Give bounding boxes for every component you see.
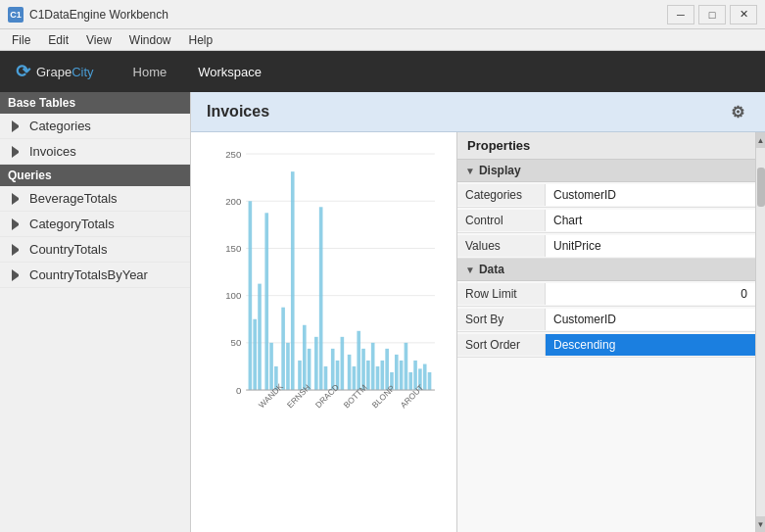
collapse-icon-display: ▼ [465, 166, 475, 176]
prop-label-row-limit: Row Limit [457, 283, 546, 305]
sidebar-label-country-totals-by-year: CountryTotalsByYear [29, 267, 148, 282]
prop-section-data[interactable]: ▼ Data [457, 259, 755, 281]
prop-label-values: Values [457, 235, 546, 257]
svg-rect-23 [308, 349, 311, 390]
menu-window[interactable]: Window [121, 31, 179, 49]
svg-rect-41 [400, 361, 404, 390]
sidebar-section-queries: Queries [0, 165, 190, 186]
svg-text:50: 50 [231, 337, 242, 348]
svg-rect-25 [319, 207, 323, 390]
title-bar-left: C1 C1DataEngine Workbench [8, 7, 168, 23]
title-bar-controls: ─ □ ✕ [667, 5, 757, 24]
chart-area: 250 200 150 100 50 0 [191, 132, 456, 532]
sidebar-label-invoices: Invoices [29, 144, 76, 159]
prop-value-sort-order[interactable]: Descending [546, 334, 755, 356]
maximize-button[interactable]: □ [698, 5, 726, 24]
menu-help[interactable]: Help [181, 31, 221, 49]
svg-rect-29 [341, 337, 345, 390]
prop-value-sort-by[interactable]: CustomerID [546, 309, 755, 330]
sidebar-item-country-totals-by-year[interactable]: CountryTotalsByYear [0, 263, 190, 288]
sidebar-label-category-totals: CategoryTotals [29, 217, 115, 231]
prop-row-row-limit: Row Limit 0 [457, 281, 755, 307]
svg-text:250: 250 [225, 149, 241, 160]
window-title: C1DataEngine Workbench [29, 8, 168, 22]
logo-icon: ⟳ [16, 61, 30, 82]
prop-value-control[interactable]: Chart [546, 210, 755, 231]
svg-rect-37 [381, 361, 385, 390]
svg-rect-36 [376, 366, 380, 390]
svg-rect-34 [366, 361, 370, 390]
app-header: ⟳ GrapeCity Home Workspace [0, 51, 765, 92]
svg-rect-40 [395, 355, 399, 390]
settings-icon-button[interactable]: ⚙ [726, 100, 749, 123]
properties-panel: Properties ▼ Display Categories Customer… [456, 132, 755, 532]
prop-label-categories: Categories [457, 184, 546, 206]
prop-section-display[interactable]: ▼ Display [457, 160, 755, 182]
svg-rect-18 [281, 308, 285, 390]
vertical-scrollbar[interactable]: ▲ ▼ [755, 132, 765, 532]
svg-rect-43 [408, 372, 412, 390]
collapse-icon-data: ▼ [465, 265, 475, 275]
scroll-up-button[interactable]: ▲ [756, 132, 766, 148]
sidebar-item-beverage-totals[interactable]: BeverageTotals [0, 186, 190, 212]
prop-label-sort-order: Sort Order [457, 334, 546, 356]
prop-row-values: Values UnitPrice [457, 233, 755, 259]
minimize-button[interactable]: ─ [667, 5, 694, 24]
close-button[interactable]: ✕ [730, 5, 757, 24]
sidebar-item-country-totals[interactable]: CountryTotals [0, 237, 190, 263]
svg-rect-35 [371, 343, 375, 390]
nav-home[interactable]: Home [125, 61, 175, 83]
sidebar-label-beverage-totals: BeverageTotals [29, 191, 118, 206]
content-area: Invoices ⚙ 250 200 [191, 92, 765, 532]
svg-text:100: 100 [225, 290, 241, 301]
svg-rect-13 [253, 319, 257, 390]
svg-rect-15 [264, 213, 268, 390]
prop-row-sort-by: Sort By CustomerID [457, 307, 755, 332]
app-icon: C1 [8, 7, 24, 23]
sidebar-label-country-totals: CountryTotals [29, 242, 107, 257]
svg-rect-12 [249, 201, 253, 390]
prop-value-row-limit[interactable]: 0 [546, 283, 755, 305]
content-body: 250 200 150 100 50 0 [191, 132, 765, 532]
sidebar-item-categories[interactable]: Categories [0, 114, 190, 139]
svg-rect-46 [423, 364, 427, 391]
scroll-down-button[interactable]: ▼ [756, 516, 766, 532]
prop-section-display-label: Display [479, 164, 521, 177]
svg-rect-42 [405, 343, 408, 390]
menu-view[interactable]: View [78, 31, 120, 49]
arrow-icon [12, 193, 24, 205]
arrow-icon [12, 218, 24, 230]
arrow-icon [12, 244, 24, 256]
svg-rect-31 [353, 366, 357, 390]
svg-rect-19 [286, 343, 290, 390]
properties-title: Properties [457, 132, 755, 160]
sidebar-label-categories: Categories [29, 119, 91, 133]
sidebar-item-invoices[interactable]: Invoices [0, 139, 190, 165]
svg-rect-14 [258, 284, 262, 390]
sidebar: Base Tables Categories Invoices Queries … [0, 92, 191, 532]
prop-row-control: Control Chart [457, 208, 755, 233]
svg-text:200: 200 [225, 196, 241, 207]
prop-value-values[interactable]: UnitPrice [546, 235, 755, 257]
title-bar: C1 C1DataEngine Workbench ─ □ ✕ [0, 0, 765, 29]
logo-text: GrapeCity [36, 65, 94, 79]
svg-rect-30 [348, 355, 352, 390]
svg-text:0: 0 [236, 385, 241, 396]
svg-rect-24 [314, 337, 318, 390]
nav-workspace[interactable]: Workspace [190, 61, 269, 83]
logo-area: ⟳ GrapeCity [16, 61, 94, 82]
prop-row-categories: Categories CustomerID [457, 182, 755, 208]
prop-value-categories[interactable]: CustomerID [546, 184, 755, 206]
sidebar-item-category-totals[interactable]: CategoryTotals [0, 212, 190, 237]
chart-svg: 250 200 150 100 50 0 [211, 142, 447, 522]
menu-edit[interactable]: Edit [40, 31, 76, 49]
logo-grape: Grape [36, 65, 72, 79]
main-layout: Base Tables Categories Invoices Queries … [0, 92, 765, 532]
scroll-thumb[interactable] [757, 168, 765, 207]
logo-city: City [72, 65, 93, 79]
menu-file[interactable]: File [4, 31, 38, 49]
svg-rect-22 [303, 325, 307, 390]
svg-rect-47 [428, 372, 432, 390]
prop-section-data-label: Data [479, 263, 504, 276]
prop-label-control: Control [457, 210, 546, 231]
